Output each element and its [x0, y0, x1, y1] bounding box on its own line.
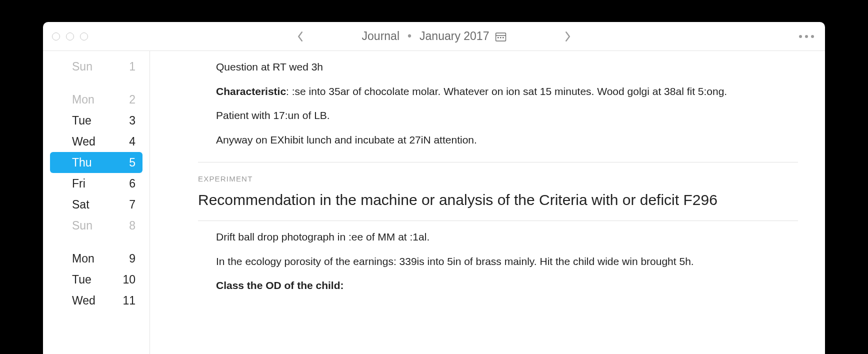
zoom-window-button[interactable]	[80, 32, 88, 40]
entry-body[interactable]: Question at RT wed 3h Characteristic: :s…	[198, 55, 798, 148]
more-options-button[interactable]	[799, 35, 814, 38]
day-label: Sun	[72, 217, 92, 234]
day-number: 11	[122, 292, 136, 309]
entry-bold-label: Class the OD of the child:	[216, 280, 344, 291]
sidebar-calendar: Sun1Mon2Tue3Wed4Thu5Fri6Sat7Sun8Mon9Tue1…	[43, 51, 150, 354]
day-row[interactable]: Wed4	[43, 131, 150, 152]
day-row[interactable]: Sat7	[43, 194, 150, 215]
scrollbar[interactable]	[818, 51, 825, 354]
calendar-icon[interactable]	[495, 32, 506, 42]
close-window-button[interactable]	[52, 32, 60, 40]
title-separator: •	[406, 30, 414, 43]
day-number: 3	[122, 112, 136, 129]
day-list: Sun1Mon2Tue3Wed4Thu5Fri6Sat7Sun8Mon9Tue1…	[43, 56, 150, 311]
day-label: Sat	[72, 196, 90, 213]
day-number: 9	[122, 250, 136, 267]
day-number: 4	[122, 133, 136, 150]
day-number: 6	[122, 175, 136, 192]
day-number: 8	[122, 217, 136, 234]
day-row[interactable]: Mon2	[43, 89, 150, 110]
entry-paragraph: Anyway on EXhibit lunch and incubate at …	[216, 132, 788, 148]
chevron-right-icon	[564, 31, 571, 42]
day-label: Sun	[72, 58, 92, 75]
period-label: January 2017	[420, 30, 489, 43]
minimize-window-button[interactable]	[66, 32, 74, 40]
day-row[interactable]: Thu5	[50, 152, 142, 173]
body: Sun1Mon2Tue3Wed4Thu5Fri6Sat7Sun8Mon9Tue1…	[43, 51, 825, 354]
entry-title[interactable]: Recommendation in the machine or analysi…	[150, 183, 818, 210]
titlebar-center: Journal • January 2017	[293, 29, 576, 44]
title-text: Journal • January 2017	[362, 30, 506, 43]
app-window: Journal • January 2017 Sun1Mon2Tue3Wed4T…	[43, 22, 825, 354]
day-label: Thu	[72, 154, 92, 171]
journal-label: Journal	[362, 30, 400, 43]
day-label: Mon	[72, 250, 94, 267]
svg-rect-2	[498, 37, 499, 38]
day-row[interactable]: Sun8	[43, 215, 150, 236]
entry-paragraph: Patient with 17:un of LB.	[216, 108, 788, 124]
entry-previous: Question at RT wed 3h Characteristic: :s…	[150, 51, 818, 148]
content-scroll[interactable]: Question at RT wed 3h Characteristic: :s…	[150, 51, 818, 354]
svg-rect-3	[500, 37, 502, 38]
day-number: 1	[122, 58, 136, 75]
day-row[interactable]: Sun1	[43, 56, 150, 77]
next-month-button[interactable]	[560, 29, 575, 44]
week-gap	[43, 77, 150, 89]
window-controls	[43, 32, 88, 40]
day-label: Wed	[72, 292, 96, 309]
day-number: 5	[122, 154, 136, 171]
day-row[interactable]: Fri6	[43, 173, 150, 194]
day-label: Tue	[72, 112, 92, 129]
svg-rect-4	[502, 37, 504, 38]
day-row[interactable]: Tue3	[43, 110, 150, 131]
day-label: Wed	[72, 133, 96, 150]
entry-tag: EXPERIMENT	[150, 162, 818, 183]
titlebar: Journal • January 2017	[43, 22, 825, 51]
day-number: 7	[122, 196, 136, 213]
day-row[interactable]: Mon9	[43, 248, 150, 269]
chevron-left-icon	[297, 31, 304, 42]
main-content: Question at RT wed 3h Characteristic: :s…	[150, 51, 825, 354]
entry-paragraph: Question at RT wed 3h	[216, 59, 788, 76]
entry-text: : :se into 35ar of chocolate molar. What…	[286, 86, 727, 97]
entry-paragraph: In the ecology porosity of the earnings:…	[216, 254, 788, 270]
entry-paragraph: Class the OD of the child:	[216, 278, 788, 294]
day-number: 2	[122, 91, 136, 108]
day-number: 10	[122, 271, 136, 288]
prev-month-button[interactable]	[293, 29, 308, 44]
ellipsis-icon	[799, 35, 802, 38]
entry-bold-label: Characteristic	[216, 86, 286, 97]
day-row[interactable]: Tue10	[43, 269, 150, 290]
entry-body[interactable]: Drift ball drop photograph in :ee of MM …	[198, 225, 798, 294]
entry-experiment: Drift ball drop photograph in :ee of MM …	[150, 221, 818, 294]
week-gap	[43, 236, 150, 248]
day-label: Fri	[72, 175, 86, 192]
entry-paragraph: Drift ball drop photograph in :ee of MM …	[216, 229, 788, 246]
entry-paragraph: Characteristic: :se into 35ar of chocola…	[216, 84, 788, 100]
day-label: Tue	[72, 271, 92, 288]
day-label: Mon	[72, 91, 94, 108]
day-row[interactable]: Wed11	[43, 290, 150, 311]
